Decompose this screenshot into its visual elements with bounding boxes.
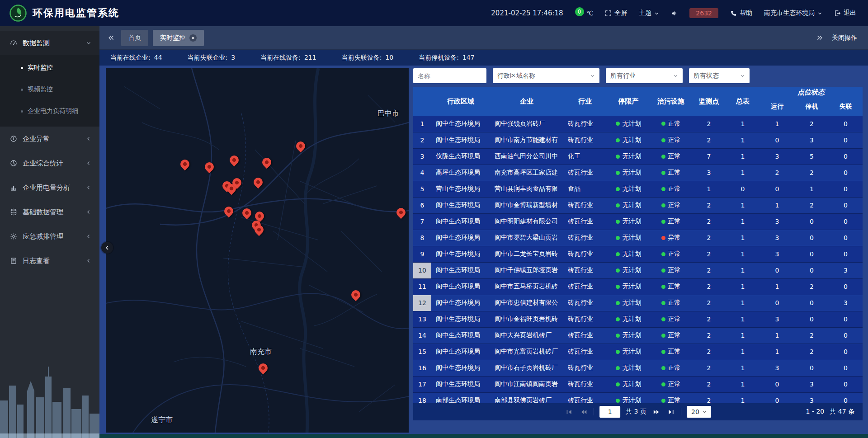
- table-row[interactable]: 16阆中生态环境局阆中市石子页岩机砖厂砖瓦行业无计划正常21300: [413, 360, 863, 376]
- cell-monitor-points: 7: [692, 148, 726, 165]
- cell-industry: 砖瓦行业: [563, 213, 607, 230]
- stat-value: 3: [231, 54, 235, 62]
- table-body-viewport[interactable]: 1阆中生态环境局阆中强锐页岩砖厂砖瓦行业无计划正常211202阆中生态环境局阆中…: [413, 116, 863, 403]
- prev-page-button[interactable]: [579, 408, 588, 415]
- tab-close-button[interactable]: [189, 34, 197, 42]
- city-skyline-decoration: [0, 358, 99, 438]
- table-row[interactable]: 7阆中生态环境局阆中明阳建材有限公司砖瓦行业无计划正常21300: [413, 213, 863, 230]
- alarm-count-badge[interactable]: 2632: [689, 8, 718, 18]
- table-row[interactable]: 15阆中生态环境局阆中市光富页岩机砖厂砖瓦行业无计划正常21120: [413, 344, 863, 360]
- cell-offline: 0: [829, 181, 863, 197]
- sidebar-group-data-monitoring[interactable]: 数据监测: [0, 31, 99, 55]
- table-row[interactable]: 18南部生态环境局南部县双佛页岩砖厂砖瓦行业无计划正常21030: [413, 392, 863, 403]
- sidebar-item-label: 视频监控: [28, 85, 53, 94]
- app-logo-icon: [9, 4, 27, 22]
- sidebar-group-power-usage-analysis[interactable]: 企业用电量分析: [0, 175, 99, 200]
- table-row[interactable]: 1阆中生态环境局阆中强锐页岩砖厂砖瓦行业无计划正常21120: [413, 116, 863, 132]
- table-row[interactable]: 5营山生态环境局营山县润丰肉食品有限食品无计划正常10010: [413, 181, 863, 197]
- row-index: 2: [413, 132, 431, 148]
- tab-label: 首页: [128, 34, 141, 42]
- next-page-button[interactable]: [652, 408, 661, 415]
- cell-limit-status: 无计划: [607, 116, 650, 132]
- map-pin[interactable]: [254, 178, 263, 189]
- sidebar-group-company-abnormal[interactable]: 企业异常: [0, 127, 99, 151]
- status-dot-icon: [661, 285, 665, 289]
- name-filter-input[interactable]: [413, 68, 486, 83]
- help-button[interactable]: 帮助: [730, 9, 752, 17]
- tab-realtime-monitoring[interactable]: 实时监控: [153, 30, 204, 46]
- sidebar-group-base-data-management[interactable]: 基础数据管理: [0, 200, 99, 224]
- map-pin[interactable]: [232, 178, 241, 190]
- industry-filter-select[interactable]: 所有行业: [606, 68, 683, 83]
- sidebar-group-emergency-reduction[interactable]: 应急减排管理: [0, 224, 99, 249]
- table-row[interactable]: 12阆中生态环境局阆中市忠信建材有限公砖瓦行业无计划正常21003: [413, 295, 863, 311]
- map-pin[interactable]: [296, 141, 305, 153]
- logout-button[interactable]: 退出: [834, 9, 856, 17]
- table-row[interactable]: 14阆中生态环境局阆中大兴页岩机砖厂砖瓦行业无计划正常21120: [413, 327, 863, 344]
- status-dot-icon: [661, 138, 665, 142]
- tabs-scroll-right-button[interactable]: [814, 32, 826, 44]
- map-pin[interactable]: [230, 155, 239, 167]
- sidebar-item-realtime-monitoring[interactable]: 实时监控: [0, 57, 99, 79]
- cell-running: 1: [760, 197, 795, 213]
- table-row[interactable]: 10阆中生态环境局阆中千佛镇五郎垭页岩砖瓦行业无计划正常21003: [413, 262, 863, 278]
- cell-stopped: 0: [795, 246, 829, 262]
- map-pin[interactable]: [255, 225, 264, 237]
- org-dropdown[interactable]: 南充市生态环境局: [764, 9, 822, 17]
- cell-monitor-points: 3: [692, 165, 726, 181]
- location-pin-icon: [231, 176, 243, 189]
- map-pin[interactable]: [205, 162, 214, 174]
- table-row[interactable]: 4高坪生态环境局南充市高坪区王家店建砖瓦行业无计划正常31220: [413, 165, 863, 181]
- map-pin[interactable]: [396, 208, 406, 220]
- status-dot-icon: [616, 220, 620, 224]
- table-row[interactable]: 17阆中生态环境局阆中市江南镇阆南页岩砖瓦行业无计划正常21030: [413, 376, 863, 392]
- region-filter-select[interactable]: 行政区域名称: [493, 68, 599, 83]
- cell-running: 3: [760, 148, 795, 165]
- table-row[interactable]: 2阆中生态环境局阆中市南方节能建材有砖瓦行业无计划正常21030: [413, 132, 863, 148]
- cell-treatment-status: 正常: [650, 181, 692, 197]
- status-dot-icon: [661, 236, 665, 240]
- double-chevron-right-icon: [653, 409, 660, 415]
- map-pin[interactable]: [351, 290, 360, 302]
- sidebar-item-video-monitoring[interactable]: 视频监控: [0, 79, 99, 100]
- last-page-button[interactable]: [666, 408, 675, 415]
- alarm-speaker-button[interactable]: [671, 10, 678, 17]
- sidebar-group-log-view[interactable]: 日志查看: [0, 249, 99, 273]
- cell-company: 南充市高坪区王家店建: [490, 165, 563, 181]
- gear-icon: [10, 233, 17, 240]
- table-row[interactable]: 13阆中生态环境局阆中市金福旺页岩机砖砖瓦行业无计划正常21300: [413, 311, 863, 327]
- first-page-button[interactable]: [565, 408, 574, 415]
- panel-collapse-button[interactable]: [101, 242, 113, 254]
- tab-home[interactable]: 首页: [121, 30, 148, 46]
- table-row[interactable]: 8阆中生态环境局阆中市枣碧大梁山页岩砖瓦行业无计划异常21300: [413, 230, 863, 246]
- cell-offline: 0: [829, 132, 863, 148]
- chevron-left-icon: [86, 234, 91, 239]
- cell-running: 1: [760, 116, 795, 132]
- table-row[interactable]: 11阆中生态环境局阆中市五马桥页岩机砖砖瓦行业无计划正常21120: [413, 278, 863, 295]
- bullet-icon: [21, 67, 23, 69]
- map-pin[interactable]: [224, 207, 233, 218]
- sidebar-group-company-statistics[interactable]: 企业综合统计: [0, 151, 99, 175]
- fullscreen-button[interactable]: 全屏: [605, 9, 627, 17]
- tabs-scroll-left-button[interactable]: [105, 32, 117, 44]
- status-filter-select[interactable]: 所有状态: [689, 68, 750, 83]
- cell-industry: 砖瓦行业: [563, 230, 607, 246]
- map-pin[interactable]: [180, 160, 189, 171]
- sidebar-item-power-load-detail[interactable]: 企业电力负荷明细: [0, 100, 99, 122]
- cell-industry: 砖瓦行业: [563, 132, 607, 148]
- table-row[interactable]: 3仪陇生态环境局西南油气田分公司川中化工无计划正常71350: [413, 148, 863, 165]
- table-row[interactable]: 6阆中生态环境局阆中市金博瑞新型墙材砖瓦行业无计划正常21120: [413, 197, 863, 213]
- page-size-select[interactable]: 20: [687, 406, 711, 418]
- theme-dropdown[interactable]: 主题: [639, 9, 659, 17]
- map-pin[interactable]: [262, 158, 271, 170]
- close-operations-button[interactable]: 关闭操作: [832, 34, 857, 42]
- map-panel[interactable]: 巴中市南充市遂宁市: [106, 68, 409, 433]
- map-pin[interactable]: [242, 208, 251, 220]
- table-row[interactable]: 9阆中生态环境局阆中市二龙长宝页岩砖砖瓦行业无计划正常21300: [413, 246, 863, 262]
- page-number-input[interactable]: [599, 406, 620, 418]
- cell-running: 0: [760, 376, 795, 392]
- cell-stopped: 2: [795, 197, 829, 213]
- fullscreen-icon: [605, 10, 612, 17]
- map-pin[interactable]: [259, 363, 268, 375]
- cell-company: 阆中市金博瑞新型墙材: [490, 197, 563, 213]
